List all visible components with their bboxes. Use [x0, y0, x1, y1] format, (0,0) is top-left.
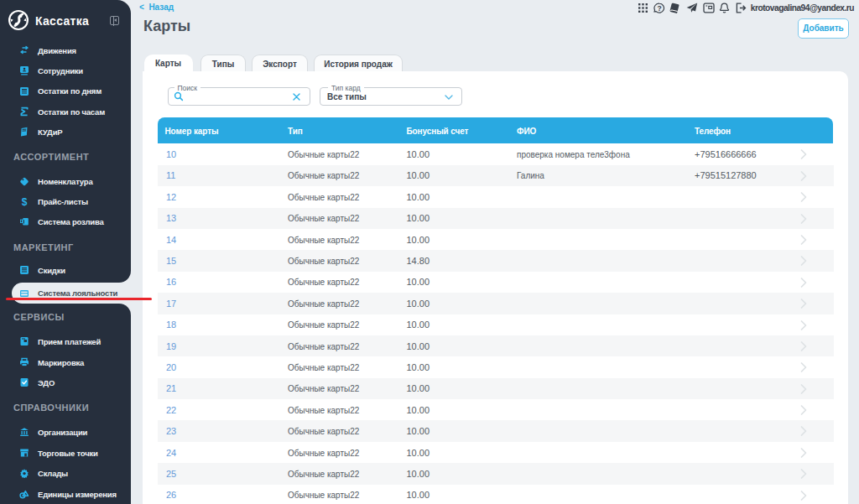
svg-text:?: ? [657, 4, 661, 13]
svg-text:$: $ [22, 196, 28, 206]
